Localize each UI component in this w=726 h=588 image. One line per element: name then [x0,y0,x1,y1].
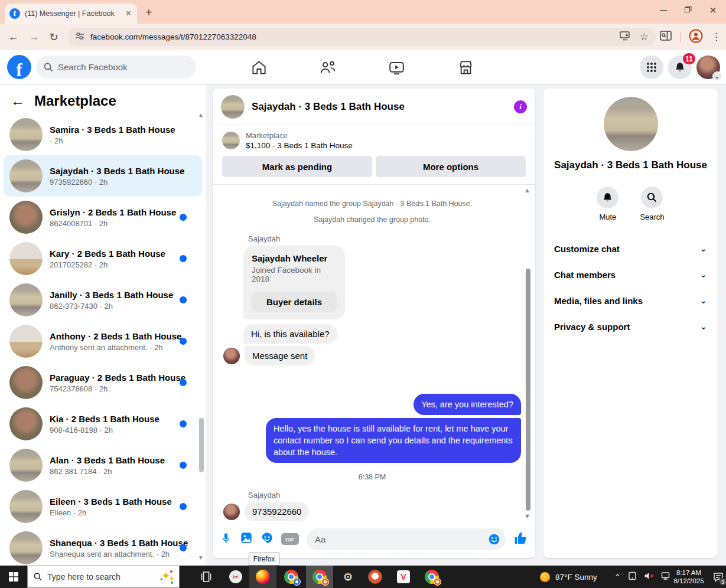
chevron-down-icon: ⌄ [699,321,707,332]
chat-scroll-up-icon[interactable]: ▲ [524,187,530,194]
sticker-button[interactable] [261,531,274,547]
conversation-item[interactable]: Shanequa · 3 Beds 1 Bath House Shanequa … [4,527,202,569]
sidebar-scroll-down-icon[interactable]: ▼ [198,554,204,561]
apps-menu-button[interactable] [640,55,663,79]
forward-button[interactable]: → [24,31,44,43]
taskbar-search[interactable]: ✦✦✦ [27,566,180,588]
conversation-avatar [9,201,43,234]
search-in-conversation-button[interactable]: Search [640,187,664,221]
notifications-button[interactable]: 11 [668,55,692,79]
facebook-logo[interactable]: f [7,55,31,79]
details-section-row[interactable]: Privacy & support ⌄ [543,313,718,339]
chrome-profile1-button[interactable] [278,566,305,588]
unread-dot [180,462,187,469]
chat-scrollbar-thumb[interactable] [526,269,530,511]
back-button[interactable]: ← [4,31,24,43]
clock-date: 8/12/2025 [673,577,704,585]
buyer-details-button[interactable]: Buyer details [252,292,337,312]
url-text: facebook.com/messages/t/8701227063322048 [90,32,614,41]
task-view-button[interactable] [193,566,220,588]
message-input[interactable] [307,528,506,550]
like-button[interactable] [513,531,528,548]
chat-header-avatar[interactable] [221,95,245,119]
snipping-tool-button[interactable]: ✂ [222,566,249,588]
attach-image-button[interactable] [240,531,253,547]
settings-button[interactable]: ⚙ [334,566,362,588]
conversation-preview: 908-416-8198 · 2h [50,426,180,435]
friends-icon [320,60,336,76]
tab-close-icon[interactable]: × [125,8,132,19]
voice-clip-button[interactable] [220,532,232,547]
details-sections: Customize chat ⌄ Chat members ⌄ Media, f… [543,236,718,339]
conversation-item[interactable]: Eileen · 3 Beds 1 Bath House Eileen · 2h [4,486,202,527]
conversation-preview: Shanequa sent an attachment. · 2h [50,550,180,558]
browser-tab[interactable]: f (11) Messenger | Facebook × [5,4,137,24]
details-section-row[interactable]: Customize chat ⌄ [543,236,718,262]
details-section-row[interactable]: Media, files and links ⌄ [543,288,718,313]
conversation-item[interactable]: Kary · 2 Beds 1 Bath House 2017025282 · … [4,238,202,279]
duckduckgo-button[interactable] [362,566,389,588]
window-close-button[interactable]: × [709,4,717,16]
browser-profile-avatar[interactable] [689,29,703,45]
install-icon[interactable] [620,31,630,43]
volume-muted-icon[interactable] [644,571,654,583]
section-label: Chat members [554,270,616,280]
conversation-item[interactable]: Alan · 3 Beds 1 Bath House 862 381 7184 … [4,445,202,486]
tray-chevron-icon[interactable]: ⌃ [614,573,621,582]
start-button[interactable] [0,566,27,588]
firefox-button[interactable] [249,566,276,588]
new-tab-button[interactable]: + [145,6,152,19]
taskbar-search-input[interactable] [47,572,154,582]
nav-friends-tab[interactable] [317,57,338,77]
conversation-item[interactable]: Grislyn · 2 Beds 1 Bath House 8624008701… [4,197,202,238]
window-minimize-button[interactable]: — [660,6,667,14]
nav-marketplace-tab[interactable] [455,57,476,77]
emoji-button[interactable] [488,533,500,548]
tray-device-icon[interactable] [628,571,637,583]
profile-avatar[interactable]: ⌄ [696,55,720,79]
browser-menu-kebab-icon[interactable]: ⋮ [711,31,721,43]
conversation-item[interactable]: Janilly · 3 Beds 1 Bath House 862-373-74… [4,279,202,321]
sidebar-scroll-up-icon[interactable]: ▲ [198,112,204,118]
vivaldi-button[interactable]: V [390,566,417,588]
conversation-avatar [9,325,43,358]
conversation-item[interactable]: Kia · 2 Beds 1 Bath House 908-416-8198 ·… [4,403,202,445]
sidebar-scrollbar-thumb[interactable] [199,418,204,472]
side-panel-search-icon[interactable] [660,31,672,43]
window-restore-button[interactable] [685,5,692,15]
sender-label: Sajaydah [248,491,521,499]
chrome-profile3-button[interactable] [418,566,445,588]
bookmark-star-icon[interactable]: ☆ [640,31,649,43]
conversation-info-button[interactable]: i [514,100,527,113]
conversation-item[interactable]: Samira · 3 Beds 1 Bath House · 2h [4,114,202,155]
chevron-down-icon: ⌄ [699,269,707,280]
chrome-profile2-button[interactable] [306,566,333,588]
facebook-search[interactable]: Search Facebook [37,55,196,79]
conversation-avatar [9,407,43,440]
windows-logo-icon [9,572,18,582]
conversation-item[interactable]: Sajaydah · 3 Beds 1 Bath House 973592266… [4,155,202,197]
chat-scroll-down-icon[interactable]: ▼ [524,512,530,520]
site-settings-icon[interactable] [75,31,84,43]
mute-button[interactable]: Mute [597,187,618,221]
reload-button[interactable]: ↻ [44,31,64,44]
url-bar[interactable]: facebook.com/messages/t/8701227063322048… [68,28,656,46]
back-arrow-icon[interactable]: ← [11,93,25,109]
notification-count-badge: 11 [683,53,695,64]
taskbar-clock[interactable]: 8:17 AM 8/12/2025 [669,566,708,588]
conversation-item[interactable]: Paraguay · 2 Beds 1 Bath House 754237860… [4,362,202,403]
mark-as-pending-button[interactable]: Mark as pending [222,156,372,177]
details-section-row[interactable]: Chat members ⌄ [543,262,718,288]
gif-button[interactable]: GIF [281,533,299,545]
unread-dot [180,420,187,427]
conversation-item[interactable]: Anthony · 2 Beds 1 Bath House Anthony se… [4,321,202,362]
system-message: Sajaydah named the group Sajaydah · 3 Be… [223,200,521,208]
weather-widget[interactable]: 87°F Sunny [540,566,597,588]
nav-home-tab[interactable] [248,57,269,77]
more-options-button[interactable]: More options [376,156,526,177]
nav-watch-tab[interactable] [386,57,407,77]
search-icon [647,192,657,203]
copilot-sparkle-icon: ✦✦✦ [159,569,173,584]
thumbs-up-icon [513,531,528,545]
action-center-button[interactable]: 3 [711,566,726,588]
